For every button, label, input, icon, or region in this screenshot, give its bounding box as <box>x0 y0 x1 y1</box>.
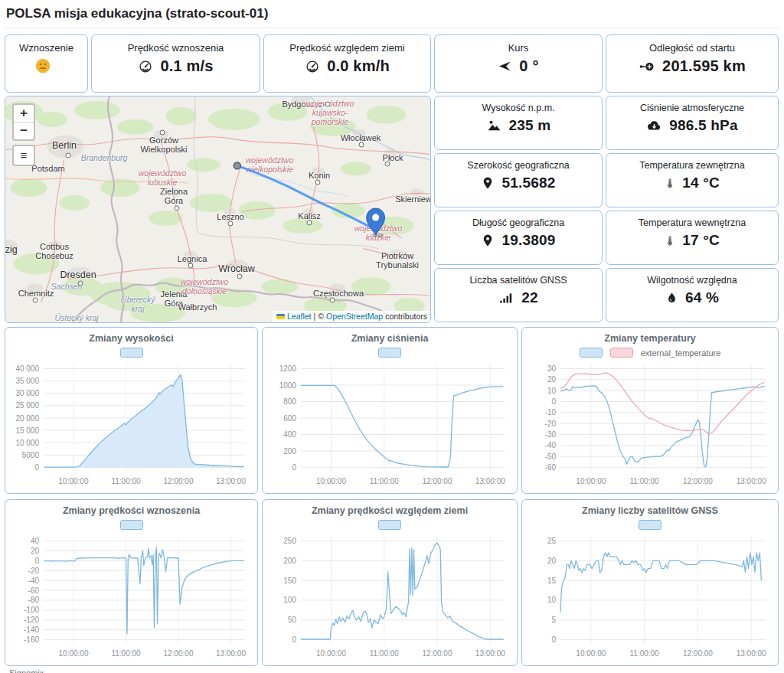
svg-text:800: 800 <box>283 397 296 406</box>
map-city-dot <box>33 298 38 303</box>
stat-value-row: 22 <box>498 289 538 306</box>
map-label: Skierniewice <box>395 194 431 204</box>
svg-text:-20: -20 <box>28 567 40 575</box>
svg-text:-40: -40 <box>28 577 40 585</box>
map-label: Ústecký kraj <box>54 314 98 323</box>
map[interactable]: BerlinPotsdamBrandenburgGorzów Wielkopol… <box>5 96 431 323</box>
svg-text:13:00:00: 13:00:00 <box>216 477 246 485</box>
map-city-dot <box>359 142 364 148</box>
stat-label: Kurs <box>508 42 529 54</box>
map-label: Liberecký kraj <box>121 296 155 314</box>
stat-card-wilgotność-względna: Wilgotność względna 64 % <box>606 268 779 322</box>
chart-plot: 10:00:0011:00:0012:00:0013:00:00-60-50-4… <box>527 359 773 488</box>
svg-text:0: 0 <box>551 635 556 644</box>
stat-value: 0.1 m/s <box>160 57 213 75</box>
chart-plot: 10:00:0011:00:0012:00:0013:00:00-160-140… <box>10 531 253 660</box>
map-label: Zielona Góra <box>160 187 188 206</box>
svg-text:12:00:00: 12:00:00 <box>164 477 194 485</box>
dashboard-page: POLSA misja edukacyjna (strato-scout-01)… <box>0 0 784 673</box>
svg-text:0: 0 <box>34 557 39 565</box>
chart-title: Zmiany prędkości względem ziemi <box>312 505 468 516</box>
chart-card-2: Zmiany temperatury external_temperature … <box>521 327 779 494</box>
svg-text:12:00:00: 12:00:00 <box>683 649 713 658</box>
svg-text:10: 10 <box>547 387 557 395</box>
legend-swatch-blue[interactable] <box>378 348 401 358</box>
svg-text:5: 5 <box>551 616 556 624</box>
map-zoom-controls: + − <box>12 103 35 141</box>
svg-text:10:00:00: 10:00:00 <box>59 477 89 485</box>
chart-card-0: Zmiany wysokości 10:00:0011:00:0012:00:0… <box>5 327 258 494</box>
gauge-icon <box>138 59 153 74</box>
svg-text:10 000: 10 000 <box>15 439 39 447</box>
svg-text:-40: -40 <box>545 441 557 449</box>
map-label: Częstochowa <box>313 289 364 298</box>
humidity-icon <box>665 290 678 305</box>
stat-label: Temperatura zewnętrzna <box>639 160 745 171</box>
stat-card-temperatura-wewnętrzna: Temperatura wewnętrzna 17 °C <box>606 211 779 265</box>
svg-text:40 000: 40 000 <box>15 364 39 373</box>
legend-swatch-blue[interactable] <box>580 348 603 358</box>
stat-label: Wilgotność względna <box>647 275 737 286</box>
map-zoom-in-button[interactable]: + <box>14 105 34 122</box>
chart-plot: 10:00:0011:00:0012:00:0013:00:0002004006… <box>267 359 512 488</box>
map-zoom-out-button[interactable]: − <box>14 122 34 139</box>
svg-text:400: 400 <box>283 430 296 439</box>
svg-text:11:00:00: 11:00:00 <box>630 649 660 658</box>
neutral-face-icon <box>34 57 51 74</box>
stat-card-kurs: Kurs 0 ° <box>434 34 603 93</box>
legend-label: external_temperature <box>641 348 721 358</box>
footer-brand: Signomix <box>9 668 779 673</box>
svg-text:-20: -20 <box>545 420 557 428</box>
map-label: Potsdam <box>31 164 64 173</box>
map-label: województwo łódzkie <box>354 224 402 243</box>
svg-text:0: 0 <box>34 463 39 472</box>
map-city-dot <box>385 162 390 167</box>
course-arrow-icon <box>498 59 512 74</box>
chart-plot: 10:00:0011:00:0012:00:0013:00:0005101520… <box>527 531 773 660</box>
svg-text:10: 10 <box>547 596 557 604</box>
openstreetmap-link[interactable]: OpenStreetMap <box>326 312 383 321</box>
map-layers-button[interactable]: ≡ <box>12 145 35 166</box>
svg-text:10:00:00: 10:00:00 <box>576 477 606 485</box>
top-stats-row: Wznoszenie Prędkość wznoszenia 0.1 m/s P… <box>5 34 779 93</box>
legend-swatch-blue[interactable] <box>639 520 662 530</box>
legend-swatch-blue[interactable] <box>120 520 143 530</box>
distance-icon <box>639 59 655 74</box>
map-label: Leipzig <box>5 244 18 255</box>
legend-swatch-blue[interactable] <box>120 348 143 358</box>
svg-text:12:00:00: 12:00:00 <box>683 477 713 485</box>
leaflet-link[interactable]: Leaflet <box>287 312 312 321</box>
chart-card-5: Zmiany liczby satelitów GNSS 10:00:0011:… <box>521 499 779 666</box>
attribution-divider: | <box>314 312 316 321</box>
svg-text:-60: -60 <box>28 586 40 595</box>
chart-title: Zmiany wysokości <box>89 333 173 344</box>
legend-swatch-pink[interactable] <box>610 348 633 358</box>
map-city-dot <box>228 221 234 227</box>
attribution-suffix: contributors <box>385 312 427 321</box>
stat-value: 14 °C <box>682 175 720 191</box>
chart-legend <box>378 519 401 531</box>
svg-text:-60: -60 <box>545 463 557 472</box>
copyright-symbol: © <box>318 312 324 321</box>
stat-label: Prędkość względem ziemi <box>289 42 404 54</box>
svg-text:10:00:00: 10:00:00 <box>576 649 606 658</box>
chart-plot: 10:00:0011:00:0012:00:0013:00:0005010015… <box>267 531 512 660</box>
svg-text:13:00:00: 13:00:00 <box>475 649 505 658</box>
map-label: Chemnitz <box>18 289 54 298</box>
legend-swatch-blue[interactable] <box>378 520 401 530</box>
svg-text:0: 0 <box>551 397 556 406</box>
stat-card-temperatura-zewnętrzna: Temperatura zewnętrzna 14 °C <box>606 153 779 207</box>
map-city-dot <box>330 298 335 303</box>
svg-text:25 000: 25 000 <box>15 401 39 410</box>
svg-text:-10: -10 <box>545 408 557 417</box>
map-label: województwo wielkopolskie <box>246 156 293 175</box>
stat-value-row: 64 % <box>665 289 719 306</box>
main-row: BerlinPotsdamBrandenburgGorzów Wielkopol… <box>5 96 779 323</box>
svg-text:-30: -30 <box>545 430 557 439</box>
svg-text:25: 25 <box>547 537 557 545</box>
svg-text:11:00:00: 11:00:00 <box>111 477 141 485</box>
stat-label: Odległość od startu <box>649 42 735 54</box>
svg-text:0: 0 <box>292 635 296 644</box>
stat-value-row: 0.0 km/h <box>305 57 390 75</box>
svg-text:1000: 1000 <box>279 381 297 390</box>
